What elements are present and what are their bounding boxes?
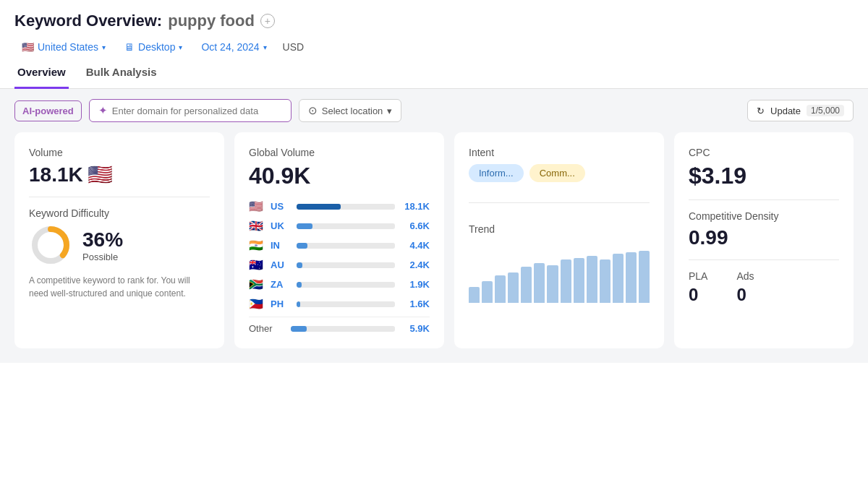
za-flag: 🇿🇦 — [249, 278, 265, 291]
trend-bars — [469, 245, 650, 303]
date-label: Oct 24, 2024 — [201, 41, 259, 53]
country-row-us: 🇺🇸 US 18.1K — [249, 199, 430, 213]
pla-label: PLA — [689, 270, 707, 282]
volume-value: 18.1K 🇺🇸 — [29, 163, 210, 186]
other-row: Other 5.9K — [249, 317, 430, 334]
location-label: United States — [38, 41, 98, 53]
tab-overview[interactable]: Overview — [14, 57, 69, 89]
au-code: AU — [271, 259, 291, 270]
kd-label: Keyword Difficulty — [29, 207, 210, 219]
page-title-query: puppy food — [168, 12, 255, 30]
location-filter-button[interactable]: 🇺🇸 United States ▾ — [14, 38, 113, 56]
in-code: IN — [271, 240, 291, 251]
country-row-uk: 🇬🇧 UK 6.6K — [249, 219, 430, 233]
intent-badges: Inform... Comm... — [469, 164, 650, 182]
trend-bar-11 — [600, 259, 610, 303]
location-select-button[interactable]: ⊙ Select location ▾ — [299, 99, 402, 122]
intent-badge-informational: Inform... — [469, 164, 524, 182]
location-select-label: Select location — [322, 106, 383, 116]
country-row-za: 🇿🇦 ZA 1.9K — [249, 278, 430, 291]
comp-density-label: Competitive Density — [689, 210, 839, 222]
trend-bar-2 — [482, 281, 493, 303]
uk-code: UK — [271, 220, 291, 231]
kd-description: A competitive keyword to rank for. You w… — [29, 274, 210, 300]
sparkle-icon: ✦ — [98, 104, 108, 117]
page-title-prefix: Keyword Overview: — [14, 12, 162, 30]
us-flag-icon: 🇺🇸 — [22, 41, 34, 53]
uk-flag: 🇬🇧 — [249, 219, 265, 233]
trend-bar-13 — [626, 252, 637, 303]
cpc-value: $3.19 — [689, 163, 839, 189]
trend-bar-9 — [574, 258, 584, 303]
update-count-badge: 1/5,000 — [807, 105, 844, 116]
location-pin-icon: ⊙ — [308, 104, 318, 117]
location-caret-icon: ▾ — [102, 43, 106, 51]
date-filter-button[interactable]: Oct 24, 2024 ▾ — [194, 38, 273, 56]
cpc-label: CPC — [689, 147, 839, 158]
ph-val: 1.6K — [401, 299, 430, 309]
trend-label: Trend — [469, 223, 650, 235]
intent-trend-card: Intent Inform... Comm... Trend — [454, 132, 664, 348]
trend-bar-8 — [561, 259, 571, 303]
in-flag: 🇮🇳 — [249, 239, 265, 252]
trend-bar-5 — [521, 267, 532, 303]
comp-density-value: 0.99 — [689, 226, 839, 249]
global-volume-card: Global Volume 40.9K 🇺🇸 US 18.1K 🇬🇧 UK 6.… — [234, 132, 444, 348]
trend-bar-14 — [639, 251, 650, 303]
desktop-icon: 🖥 — [124, 41, 135, 53]
ads-item: Ads 0 — [736, 270, 754, 305]
update-button[interactable]: ↻ Update 1/5,000 — [747, 100, 854, 121]
au-val: 2.4K — [401, 259, 430, 270]
country-row-ph: 🇵🇭 PH 1.6K — [249, 297, 430, 311]
ai-powered-badge: AI-powered — [14, 100, 82, 121]
volume-label: Volume — [29, 147, 210, 158]
other-label: Other — [249, 323, 285, 334]
other-val: 5.9K — [401, 323, 430, 334]
ph-flag: 🇵🇭 — [249, 297, 265, 311]
device-filter-button[interactable]: 🖥 Desktop ▾ — [117, 38, 190, 56]
date-caret-icon: ▾ — [263, 43, 267, 51]
country-row-au: 🇦🇺 AU 2.4K — [249, 258, 430, 272]
volume-card: Volume 18.1K 🇺🇸 Keyword Difficulty 36% P… — [14, 132, 224, 348]
trend-bar-4 — [508, 272, 519, 303]
location-select-caret: ▾ — [387, 106, 392, 116]
add-keyword-button[interactable]: + — [260, 14, 275, 28]
trend-bar-10 — [587, 256, 597, 303]
us-flag: 🇺🇸 — [249, 199, 265, 213]
ph-code: PH — [271, 299, 291, 309]
kd-donut-chart — [29, 223, 72, 267]
toolbar: AI-powered ✦ ⊙ Select location ▾ ↻ Updat… — [0, 89, 868, 132]
update-label: Update — [770, 106, 801, 116]
trend-bar-6 — [534, 263, 545, 303]
cards-grid: Volume 18.1K 🇺🇸 Keyword Difficulty 36% P… — [0, 132, 868, 363]
refresh-icon: ↻ — [757, 106, 765, 116]
za-code: ZA — [271, 279, 291, 290]
ads-value: 0 — [736, 285, 754, 305]
ads-label: Ads — [736, 270, 754, 282]
us-val: 18.1K — [401, 201, 430, 212]
us-code: US — [271, 201, 291, 212]
in-val: 4.4K — [401, 240, 430, 251]
tabs-nav: Overview Bulk Analysis — [0, 56, 868, 89]
country-row-in: 🇮🇳 IN 4.4K — [249, 239, 430, 252]
za-val: 1.9K — [401, 279, 430, 290]
global-volume-label: Global Volume — [249, 147, 430, 158]
trend-bar-7 — [547, 265, 558, 303]
cpc-card: CPC $3.19 Competitive Density 0.99 PLA 0… — [674, 132, 854, 348]
trend-bar-1 — [469, 287, 480, 303]
pla-ads-row: PLA 0 Ads 0 — [689, 270, 839, 305]
au-flag: 🇦🇺 — [249, 258, 265, 272]
domain-input-wrapper[interactable]: ✦ — [89, 99, 292, 122]
domain-input[interactable] — [112, 106, 282, 116]
trend-chart — [469, 245, 650, 303]
tab-bulk-analysis[interactable]: Bulk Analysis — [83, 57, 160, 89]
device-label: Desktop — [138, 41, 175, 53]
global-volume-value: 40.9K — [249, 163, 430, 189]
kd-sublabel: Possible — [82, 252, 123, 262]
device-caret-icon: ▾ — [179, 43, 182, 51]
kd-percent: 36% — [82, 228, 123, 252]
intent-label: Intent — [469, 147, 650, 158]
uk-val: 6.6K — [401, 220, 430, 231]
volume-flag-icon: 🇺🇸 — [88, 163, 113, 186]
intent-badge-commercial: Comm... — [529, 164, 585, 182]
